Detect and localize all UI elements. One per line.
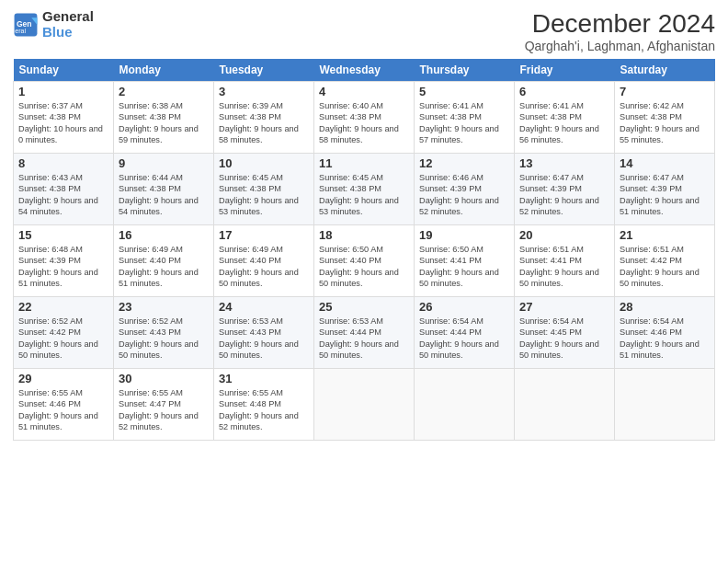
day-number: 24 — [219, 300, 309, 314]
day-number: 2 — [119, 85, 209, 98]
day-number: 12 — [419, 156, 509, 170]
day-cell: 24 Sunrise: 6:53 AM Sunset: 4:43 PM Dayl… — [214, 297, 314, 369]
day-cell: 6 Sunrise: 6:41 AM Sunset: 4:38 PM Dayli… — [515, 82, 615, 154]
day-cell: 2 Sunrise: 6:38 AM Sunset: 4:38 PM Dayli… — [114, 82, 214, 154]
cell-content: Sunrise: 6:39 AM Sunset: 4:38 PM Dayligh… — [219, 100, 309, 146]
day-number: 14 — [620, 156, 710, 170]
calendar-table: SundayMondayTuesdayWednesdayThursdayFrid… — [13, 59, 715, 441]
cell-content: Sunrise: 6:41 AM Sunset: 4:38 PM Dayligh… — [519, 100, 609, 146]
day-cell — [515, 369, 615, 441]
day-number: 16 — [119, 228, 209, 242]
day-cell: 16 Sunrise: 6:49 AM Sunset: 4:40 PM Dayl… — [114, 225, 214, 297]
cell-content: Sunrise: 6:55 AM Sunset: 4:48 PM Dayligh… — [219, 387, 309, 433]
cell-content: Sunrise: 6:54 AM Sunset: 4:46 PM Dayligh… — [620, 316, 710, 362]
day-number: 9 — [119, 156, 209, 170]
cell-content: Sunrise: 6:45 AM Sunset: 4:38 PM Dayligh… — [319, 172, 409, 218]
header-monday: Monday — [114, 59, 214, 82]
day-number: 29 — [18, 372, 108, 385]
week-row-1: 1 Sunrise: 6:37 AM Sunset: 4:38 PM Dayli… — [14, 82, 715, 154]
week-row-2: 8 Sunrise: 6:43 AM Sunset: 4:38 PM Dayli… — [14, 154, 715, 225]
day-cell: 21 Sunrise: 6:51 AM Sunset: 4:42 PM Dayl… — [615, 225, 715, 297]
day-number: 27 — [519, 300, 609, 314]
day-cell: 14 Sunrise: 6:47 AM Sunset: 4:39 PM Dayl… — [615, 154, 715, 225]
day-cell: 18 Sunrise: 6:50 AM Sunset: 4:40 PM Dayl… — [314, 225, 415, 297]
header-wednesday: Wednesday — [314, 59, 415, 82]
day-cell: 13 Sunrise: 6:47 AM Sunset: 4:39 PM Dayl… — [515, 154, 615, 225]
day-cell: 30 Sunrise: 6:55 AM Sunset: 4:47 PM Dayl… — [114, 369, 214, 441]
svg-text:Gen: Gen — [17, 18, 32, 28]
day-cell: 26 Sunrise: 6:54 AM Sunset: 4:44 PM Dayl… — [415, 297, 515, 369]
cell-content: Sunrise: 6:50 AM Sunset: 4:40 PM Dayligh… — [319, 244, 409, 290]
cell-content: Sunrise: 6:45 AM Sunset: 4:38 PM Dayligh… — [219, 172, 309, 218]
day-cell — [615, 369, 715, 441]
day-cell — [314, 369, 415, 441]
cell-content: Sunrise: 6:37 AM Sunset: 4:38 PM Dayligh… — [18, 100, 108, 146]
day-number: 1 — [18, 85, 108, 98]
day-number: 22 — [18, 300, 108, 314]
day-cell: 10 Sunrise: 6:45 AM Sunset: 4:38 PM Dayl… — [214, 154, 314, 225]
day-cell: 1 Sunrise: 6:37 AM Sunset: 4:38 PM Dayli… — [14, 82, 114, 154]
day-cell: 4 Sunrise: 6:40 AM Sunset: 4:38 PM Dayli… — [314, 82, 415, 154]
day-cell: 19 Sunrise: 6:50 AM Sunset: 4:41 PM Dayl… — [415, 225, 515, 297]
day-number: 5 — [419, 85, 509, 98]
day-number: 20 — [519, 228, 609, 242]
header-tuesday: Tuesday — [214, 59, 314, 82]
cell-content: Sunrise: 6:40 AM Sunset: 4:38 PM Dayligh… — [319, 100, 409, 146]
cell-content: Sunrise: 6:51 AM Sunset: 4:42 PM Dayligh… — [620, 244, 710, 290]
day-number: 26 — [419, 300, 509, 314]
day-cell: 23 Sunrise: 6:52 AM Sunset: 4:43 PM Dayl… — [114, 297, 214, 369]
day-cell — [415, 369, 515, 441]
day-cell: 7 Sunrise: 6:42 AM Sunset: 4:38 PM Dayli… — [615, 82, 715, 154]
day-number: 13 — [519, 156, 609, 170]
week-row-5: 29 Sunrise: 6:55 AM Sunset: 4:46 PM Dayl… — [14, 369, 715, 441]
header-friday: Friday — [515, 59, 615, 82]
day-cell: 11 Sunrise: 6:45 AM Sunset: 4:38 PM Dayl… — [314, 154, 415, 225]
day-number: 8 — [18, 156, 108, 170]
cell-content: Sunrise: 6:49 AM Sunset: 4:40 PM Dayligh… — [219, 244, 309, 290]
header-thursday: Thursday — [415, 59, 515, 82]
day-number: 10 — [219, 156, 309, 170]
day-cell: 29 Sunrise: 6:55 AM Sunset: 4:46 PM Dayl… — [14, 369, 114, 441]
cell-content: Sunrise: 6:52 AM Sunset: 4:42 PM Dayligh… — [18, 316, 108, 362]
day-cell: 3 Sunrise: 6:39 AM Sunset: 4:38 PM Dayli… — [214, 82, 314, 154]
cell-content: Sunrise: 6:47 AM Sunset: 4:39 PM Dayligh… — [620, 172, 710, 218]
cell-content: Sunrise: 6:55 AM Sunset: 4:47 PM Dayligh… — [119, 387, 209, 433]
day-number: 21 — [620, 228, 710, 242]
day-number: 31 — [219, 372, 309, 385]
day-cell: 12 Sunrise: 6:46 AM Sunset: 4:39 PM Dayl… — [415, 154, 515, 225]
cell-content: Sunrise: 6:43 AM Sunset: 4:38 PM Dayligh… — [18, 172, 108, 218]
cell-content: Sunrise: 6:44 AM Sunset: 4:38 PM Dayligh… — [119, 172, 209, 218]
day-number: 30 — [119, 372, 209, 385]
day-number: 15 — [18, 228, 108, 242]
title-section: December 2024 Qarghah'i, Laghman, Afghan… — [525, 9, 715, 53]
calendar-page: Gen eral General Blue December 2024 Qarg… — [0, 0, 728, 563]
day-number: 11 — [319, 156, 409, 170]
logo-text: General Blue — [42, 9, 94, 40]
day-number: 17 — [219, 228, 309, 242]
cell-content: Sunrise: 6:47 AM Sunset: 4:39 PM Dayligh… — [519, 172, 609, 218]
day-cell: 31 Sunrise: 6:55 AM Sunset: 4:48 PM Dayl… — [214, 369, 314, 441]
cell-content: Sunrise: 6:41 AM Sunset: 4:38 PM Dayligh… — [419, 100, 509, 146]
day-number: 23 — [119, 300, 209, 314]
cell-content: Sunrise: 6:49 AM Sunset: 4:40 PM Dayligh… — [119, 244, 209, 290]
day-cell: 8 Sunrise: 6:43 AM Sunset: 4:38 PM Dayli… — [14, 154, 114, 225]
cell-content: Sunrise: 6:53 AM Sunset: 4:44 PM Dayligh… — [319, 316, 409, 362]
day-cell: 22 Sunrise: 6:52 AM Sunset: 4:42 PM Dayl… — [14, 297, 114, 369]
day-cell: 15 Sunrise: 6:48 AM Sunset: 4:39 PM Dayl… — [14, 225, 114, 297]
cell-content: Sunrise: 6:38 AM Sunset: 4:38 PM Dayligh… — [119, 100, 209, 146]
cell-content: Sunrise: 6:46 AM Sunset: 4:39 PM Dayligh… — [419, 172, 509, 218]
day-number: 7 — [620, 85, 710, 98]
day-number: 19 — [419, 228, 509, 242]
header-row: SundayMondayTuesdayWednesdayThursdayFrid… — [14, 59, 715, 82]
header-sunday: Sunday — [14, 59, 114, 82]
day-cell: 27 Sunrise: 6:54 AM Sunset: 4:45 PM Dayl… — [515, 297, 615, 369]
day-number: 18 — [319, 228, 409, 242]
cell-content: Sunrise: 6:52 AM Sunset: 4:43 PM Dayligh… — [119, 316, 209, 362]
header: Gen eral General Blue December 2024 Qarg… — [13, 9, 715, 53]
day-cell: 20 Sunrise: 6:51 AM Sunset: 4:41 PM Dayl… — [515, 225, 615, 297]
day-cell: 9 Sunrise: 6:44 AM Sunset: 4:38 PM Dayli… — [114, 154, 214, 225]
day-cell: 28 Sunrise: 6:54 AM Sunset: 4:46 PM Dayl… — [615, 297, 715, 369]
day-cell: 25 Sunrise: 6:53 AM Sunset: 4:44 PM Dayl… — [314, 297, 415, 369]
logo: Gen eral General Blue — [13, 9, 94, 40]
svg-text:eral: eral — [15, 28, 26, 34]
